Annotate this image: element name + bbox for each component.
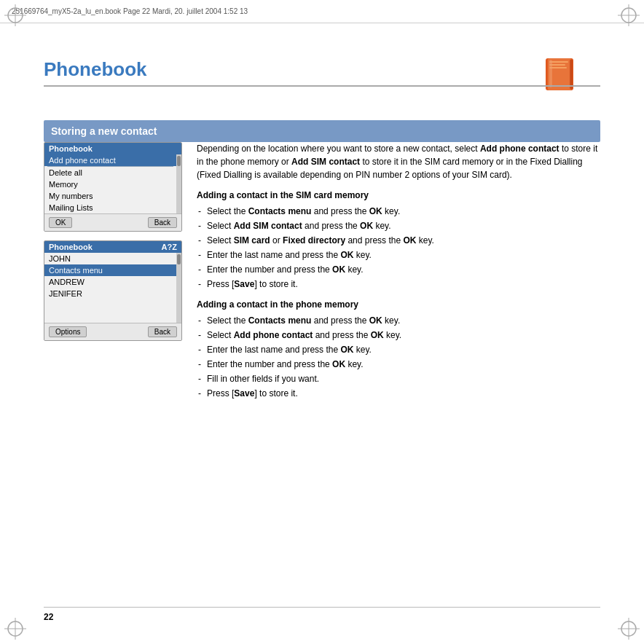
phone1-ok-button[interactable]: OK — [49, 217, 72, 228]
phone2-title-bar: Phonebook A?Z — [44, 241, 181, 253]
text-column: Depending on the location where you want… — [197, 142, 600, 407]
main-content: Phonebook Add phone contact Delete all M… — [44, 142, 600, 407]
phone2-empty2 — [44, 311, 176, 323]
phone2-scroll-thumb — [177, 254, 181, 264]
phone2-title-text: Phonebook — [49, 243, 93, 251]
phone1-body: Add phone contact Delete all Memory My n… — [44, 154, 181, 213]
reg-mark-br — [618, 618, 640, 640]
sim-step-5: Enter the number and press the OK key. — [197, 263, 600, 276]
phone2-body: JOHN Contacts menu ANDREW JENIFER — [44, 253, 181, 323]
phone-step-6: Press [Save] to store it. — [197, 387, 600, 400]
sim-step-3: Select SIM card or Fixed directory and p… — [197, 234, 600, 247]
reg-mark-tr — [618, 4, 640, 26]
sim-step-6: Press [Save] to store it. — [197, 278, 600, 291]
phone1-title: Phonebook — [44, 143, 181, 154]
phone-steps-list: Select the Contacts menu and press the O… — [197, 314, 600, 400]
sim-step-1: Select the Contacts menu and press the O… — [197, 205, 600, 218]
phone1-buttons: OK Back — [44, 213, 181, 231]
phone1-scrollbar[interactable] — [176, 154, 181, 213]
sim-steps-list: Select the Contacts menu and press the O… — [197, 205, 600, 291]
phone2-jenifer[interactable]: JENIFER — [44, 288, 176, 299]
phone1-back-button[interactable]: Back — [148, 217, 177, 228]
phone-step-4: Enter the number and press the OK key. — [197, 358, 600, 371]
phone-step-5: Fill in other fields if you want. — [197, 372, 600, 385]
phone2-mockup: Phonebook A?Z JOHN Contacts menu ANDREW … — [44, 240, 182, 341]
page-title-section: Phonebook — [44, 58, 600, 87]
phone2-back-button[interactable]: Back — [148, 326, 177, 337]
phone1-item-mynumbers[interactable]: My numbers — [44, 190, 176, 202]
sim-section-title: Adding a contact in the SIM card memory — [197, 189, 600, 202]
sim-step-4: Enter the last name and press the OK key… — [197, 248, 600, 262]
top-bar-text: 251669764_myX5-2a_lu_en.book Page 22 Mar… — [12, 7, 248, 15]
phone1-item-delete[interactable]: Delete all — [44, 167, 176, 178]
phone-step-3: Enter the last name and press the OK key… — [197, 343, 600, 356]
phone2-andrew[interactable]: ANDREW — [44, 276, 176, 288]
phone1-item-add-phone[interactable]: Add phone contact — [44, 154, 176, 166]
phone2-buttons: Options Back — [44, 323, 181, 340]
reg-mark-tl — [4, 4, 26, 26]
phone1-mockup: Phonebook Add phone contact Delete all M… — [44, 142, 182, 232]
phone2-contacts-menu[interactable]: Contacts menu — [44, 264, 176, 276]
phone1-item-memory[interactable]: Memory — [44, 178, 176, 190]
page-title: Phonebook — [44, 58, 600, 87]
page-number-text: 22 — [44, 612, 53, 622]
page-number: 22 — [44, 612, 53, 622]
phone2-john[interactable]: JOHN — [44, 253, 176, 264]
phone1-items: Add phone contact Delete all Memory My n… — [44, 154, 176, 213]
sim-step-2: Select Add SIM contact and press the OK … — [197, 219, 600, 232]
phone2-empty1 — [44, 299, 176, 311]
phone1-scroll-thumb — [177, 156, 181, 166]
phone2-options-button[interactable]: Options — [49, 326, 87, 337]
reg-mark-bl — [4, 618, 26, 640]
phone2-title-right: A?Z — [162, 243, 177, 251]
bottom-divider — [44, 607, 600, 608]
section-header: Storing a new contact — [44, 120, 600, 142]
top-bar: 251669764_myX5-2a_lu_en.book Page 22 Mar… — [0, 0, 644, 23]
phone-step-2: Select Add phone contact and press the O… — [197, 329, 600, 342]
intro-paragraph: Depending on the location where you want… — [197, 142, 600, 181]
phones-column: Phonebook Add phone contact Delete all M… — [44, 142, 182, 407]
phone-section-title: Adding a contact in the phone memory — [197, 298, 600, 311]
phone1-item-mailing[interactable]: Mailing Lists — [44, 202, 176, 213]
phone2-scrollbar[interactable] — [176, 253, 181, 323]
phone-step-1: Select the Contacts menu and press the O… — [197, 314, 600, 327]
phone2-items: JOHN Contacts menu ANDREW JENIFER — [44, 253, 176, 323]
section-header-text: Storing a new contact — [51, 125, 157, 137]
